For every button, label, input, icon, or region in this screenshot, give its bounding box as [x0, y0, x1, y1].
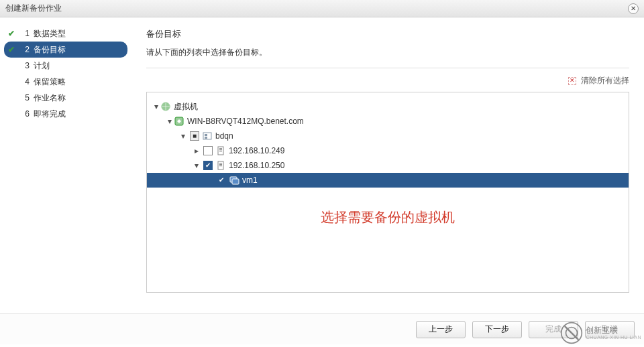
tree-node-root[interactable]: ▾ 虚拟机	[147, 99, 629, 114]
svg-rect-7	[219, 148, 222, 149]
finish-button: 完成	[529, 321, 578, 338]
tree-vm1-label: vm1	[242, 176, 258, 185]
next-button[interactable]: 下一步	[472, 321, 522, 338]
tree-node-host[interactable]: ▾ WIN-B8RVQT412MQ.benet.com	[147, 114, 629, 129]
svg-rect-12	[219, 164, 222, 165]
host-icon	[215, 145, 226, 156]
wizard-steps-sidebar: ✔ 1 数据类型 ✔ 2 备份目标 ✔ 3 计划 ✔ 4 保留策略 ✔ 5	[0, 17, 131, 314]
checkbox[interactable]: ■	[190, 131, 199, 141]
close-icon[interactable]: ✕	[628, 3, 639, 14]
wizard-body: ✔ 1 数据类型 ✔ 2 备份目标 ✔ 3 计划 ✔ 4 保留策略 ✔ 5	[0, 17, 644, 314]
step-data-type[interactable]: ✔ 1 数据类型	[0, 25, 131, 42]
tree-ip1-label: 192.168.10.249	[229, 146, 284, 155]
divider	[146, 68, 629, 68]
step-label: 保留策略	[34, 76, 66, 88]
annotation-overlay: 选择需要备份的虚拟机	[321, 208, 455, 226]
check-icon: ✔	[8, 45, 17, 54]
tree-datacenter-label: bdqn	[215, 131, 233, 141]
prev-button[interactable]: 上一步	[416, 321, 466, 338]
vm-tree[interactable]: ▾ 虚拟机 ▾ WIN-B8RVQT412MQ.benet.com	[146, 92, 629, 293]
chevron-down-icon[interactable]: ▾	[193, 161, 201, 170]
step-number: 6	[20, 109, 30, 119]
checkbox[interactable]: ✔	[203, 161, 213, 170]
step-number: 4	[20, 77, 30, 86]
window-title: 创建新备份作业	[5, 3, 628, 14]
checkbox[interactable]	[203, 146, 213, 155]
tree-host-label: WIN-B8RVQT412MQ.benet.com	[187, 117, 304, 126]
chevron-down-icon[interactable]: ▾	[179, 131, 187, 141]
mixed-mark: ■	[193, 133, 197, 139]
wizard-window: 创建新备份作业 ✕ ✔ 1 数据类型 ✔ 2 备份目标 ✔ 3 计划 ✔ 4	[0, 0, 644, 347]
check-mark: ✔	[219, 177, 224, 184]
toolbar: 清除所有选择	[146, 75, 629, 86]
step-number: 2	[20, 45, 30, 54]
checkbox[interactable]: ✔	[217, 176, 226, 185]
tree-root-label: 虚拟机	[174, 101, 198, 113]
svg-rect-15	[232, 179, 239, 184]
vcenter-icon	[174, 116, 184, 127]
svg-rect-11	[219, 163, 222, 163]
chevron-down-icon[interactable]: ▾	[166, 117, 174, 126]
titlebar: 创建新备份作业 ✕	[0, 0, 644, 17]
svg-rect-5	[205, 137, 207, 139]
wizard-footer: 上一步 下一步 完成 取消	[0, 314, 644, 344]
page-subtitle: 请从下面的列表中选择备份目标。	[146, 47, 629, 58]
svg-rect-9	[219, 151, 222, 151]
chevron-down-icon[interactable]: ▾	[152, 102, 160, 111]
tree-node-host-ip2[interactable]: ▾ ✔ 192.168.10.250	[147, 158, 629, 173]
step-label: 数据类型	[34, 28, 66, 40]
check-mark: ✔	[205, 162, 211, 169]
check-icon: ✔	[8, 29, 17, 38]
tree-ip2-label: 192.168.10.250	[229, 161, 284, 170]
host-icon	[215, 160, 226, 171]
tree-node-datacenter[interactable]: ▾ ■ bdqn	[147, 129, 629, 143]
step-label: 作业名称	[34, 92, 66, 104]
step-label: 计划	[34, 60, 50, 72]
svg-rect-4	[205, 134, 207, 136]
step-number: 3	[20, 61, 30, 70]
datacenter-icon	[202, 131, 213, 141]
tree-node-host-ip1[interactable]: ▸ 192.168.10.249	[147, 143, 629, 158]
step-ready[interactable]: ✔ 6 即将完成	[0, 106, 131, 122]
step-schedule[interactable]: ✔ 3 计划	[0, 58, 131, 74]
globe-icon	[160, 101, 171, 112]
step-number: 1	[20, 29, 30, 38]
svg-rect-8	[219, 149, 222, 150]
step-backup-target[interactable]: ✔ 2 备份目标	[4, 42, 127, 58]
step-retention[interactable]: ✔ 4 保留策略	[0, 74, 131, 90]
clear-selection-label: 清除所有选择	[581, 76, 629, 85]
step-number: 5	[20, 93, 30, 102]
step-job-name[interactable]: ✔ 5 作业名称	[0, 90, 131, 106]
page-title: 备份目标	[146, 28, 629, 40]
step-label: 备份目标	[34, 44, 66, 56]
vm-icon	[229, 175, 239, 186]
chevron-right-icon[interactable]: ▸	[193, 146, 201, 155]
svg-rect-13	[219, 165, 222, 166]
clear-icon	[568, 77, 576, 85]
wizard-main: 备份目标 请从下面的列表中选择备份目标。 清除所有选择 ▾	[131, 17, 644, 314]
step-label: 即将完成	[34, 109, 66, 120]
clear-selection-button[interactable]: 清除所有选择	[568, 76, 629, 85]
cancel-button: 取消	[585, 321, 635, 338]
tree-node-vm1[interactable]: ▾ ✔ vm1	[147, 173, 629, 188]
